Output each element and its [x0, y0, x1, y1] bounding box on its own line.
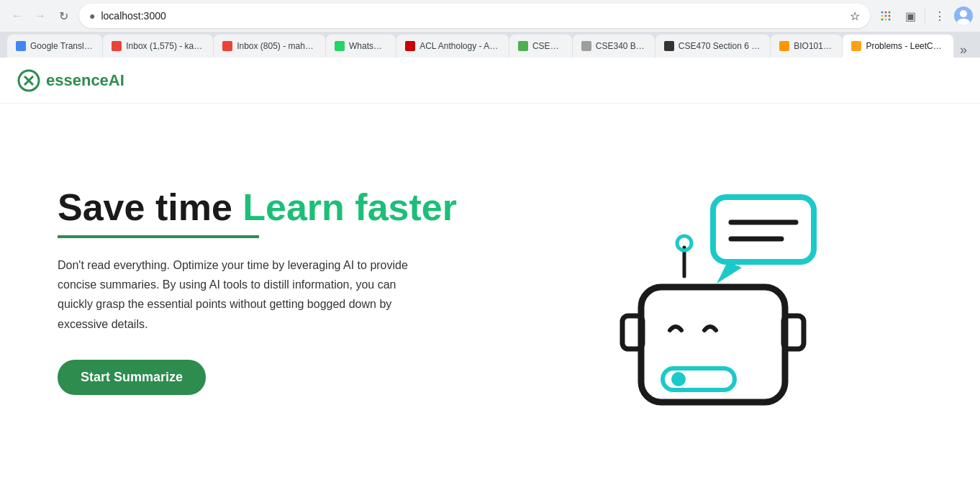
tab-label-whatsapp: WhatsApp — [349, 41, 387, 51]
hero-right — [504, 176, 922, 406]
hero-title: Save time Learn faster — [58, 186, 460, 238]
browser-toolbar: ← → ↻ ● ☆ ▣ ⋮ — [0, 0, 980, 32]
tab-bio[interactable]: BIO101 01 — [771, 35, 842, 58]
forward-button[interactable]: → — [30, 6, 50, 26]
url-input[interactable] — [101, 10, 844, 22]
svg-point-4 — [885, 15, 887, 17]
hero-section: Save time Learn faster Don't read everyt… — [0, 104, 980, 477]
start-summarize-button[interactable]: Start Summarize — [58, 360, 206, 395]
robot-illustration — [598, 176, 828, 406]
extension-icon[interactable]: ▣ — [900, 6, 920, 26]
security-icon: ● — [89, 10, 95, 22]
logo: essenceAI — [17, 69, 124, 92]
favicon-inbox-1 — [112, 41, 122, 51]
tab-label-cse470: CSE470 Section 6 S... — [679, 41, 761, 51]
profile-button[interactable] — [954, 6, 973, 25]
svg-point-2 — [889, 12, 891, 14]
tab-label-cse340: CSE340 — [532, 41, 563, 51]
tab-label-inbox-2: Inbox (805) - mahat... — [237, 41, 317, 51]
svg-point-6 — [881, 19, 884, 21]
svg-point-7 — [885, 19, 887, 21]
tab-inbox-1[interactable]: Inbox (1,575) - kazi... — [103, 35, 213, 58]
site-header: essenceAI — [0, 58, 980, 104]
svg-rect-14 — [713, 197, 814, 262]
star-icon[interactable]: ☆ — [850, 9, 860, 23]
svg-point-8 — [889, 19, 891, 21]
svg-point-9 — [960, 10, 967, 17]
hero-title-plain: Save time — [58, 186, 242, 228]
svg-point-10 — [957, 19, 970, 25]
favicon-leetcode — [851, 41, 861, 51]
menu-button[interactable]: ⋮ — [930, 6, 950, 26]
tab-label-leetcode: Problems - LeetCode — [866, 41, 945, 51]
tab-label-google-translate: Google Translate — [30, 41, 94, 51]
svg-point-0 — [881, 12, 884, 14]
svg-point-5 — [889, 15, 891, 17]
toolbar-actions: ▣ ⋮ — [876, 6, 973, 26]
back-button[interactable]: ← — [7, 6, 27, 26]
favicon-whatsapp — [335, 41, 345, 51]
tab-inbox-2[interactable]: Inbox (805) - mahat... — [214, 35, 325, 58]
more-tabs-button[interactable]: » — [954, 42, 973, 58]
hero-title-highlight: Learn faster — [242, 186, 457, 228]
reload-button[interactable]: ↻ — [53, 6, 73, 26]
favicon-inbox-2 — [222, 41, 232, 51]
toolbar-divider — [925, 9, 925, 23]
favicon-acl — [405, 41, 415, 51]
google-apps-icon[interactable] — [876, 6, 896, 26]
hero-description: Don't read everything. Optimize your tim… — [58, 255, 432, 334]
logo-text: essenceAI — [46, 71, 124, 90]
page-content: essenceAI Save time Learn faster Don't r… — [0, 58, 980, 477]
hero-title-underline — [58, 235, 259, 238]
tab-cse470[interactable]: CSE470 Section 6 S... — [655, 35, 770, 58]
svg-point-3 — [881, 15, 884, 17]
svg-point-1 — [885, 12, 887, 14]
tab-label-bio: BIO101 01 — [794, 41, 833, 51]
tab-label-cse340bux: CSE340 BUX — [596, 41, 646, 51]
favicon-google-translate — [16, 41, 26, 51]
logo-icon — [17, 69, 40, 92]
tab-acl[interactable]: ACL Anthology - AC... — [396, 35, 509, 58]
tab-cse340[interactable]: CSE340 — [509, 35, 572, 58]
address-bar[interactable]: ● ☆ — [79, 4, 870, 28]
favicon-cse340bux — [581, 41, 591, 51]
tab-label-inbox-1: Inbox (1,575) - kazi... — [126, 41, 204, 51]
favicon-bio — [779, 41, 789, 51]
tab-cse340bux[interactable]: CSE340 BUX — [573, 35, 655, 58]
svg-point-21 — [671, 372, 686, 386]
browser-chrome: ← → ↻ ● ☆ ▣ ⋮ Google Translate — [0, 0, 980, 58]
favicon-cse340 — [518, 41, 528, 51]
favicon-cse470 — [664, 41, 674, 51]
tab-whatsapp[interactable]: WhatsApp — [326, 35, 396, 58]
tab-google-translate[interactable]: Google Translate — [7, 35, 102, 58]
nav-buttons: ← → ↻ — [7, 6, 73, 26]
tab-label-acl: ACL Anthology - AC... — [419, 41, 500, 51]
tab-leetcode[interactable]: Problems - LeetCode — [843, 35, 953, 58]
hero-left: Save time Learn faster Don't read everyt… — [58, 186, 460, 395]
tabs-bar: Google Translate Inbox (1,575) - kazi...… — [0, 32, 980, 58]
